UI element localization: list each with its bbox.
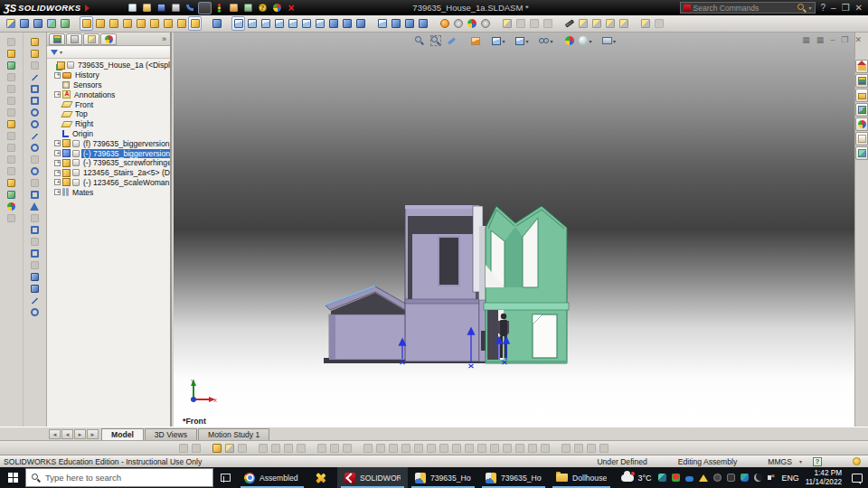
sel-6-button[interactable] bbox=[425, 442, 438, 455]
tree-row[interactable]: (f) 739635_biggerversion_3aSLDP bbox=[47, 138, 170, 148]
taskbar-chrome[interactable]: Assembled D... bbox=[237, 467, 307, 488]
doc-restore-button[interactable]: ❐ bbox=[841, 35, 848, 44]
tree-row[interactable]: Top bbox=[47, 109, 170, 119]
taskpane-preview-tab[interactable] bbox=[855, 146, 868, 160]
tree-row[interactable]: 123456_Stairs_2a<5> (Default<< bbox=[47, 168, 170, 178]
tray-volume-muted-icon[interactable] bbox=[768, 474, 776, 482]
select-tool-button[interactable] bbox=[198, 2, 212, 14]
tab-propertymanager[interactable] bbox=[66, 33, 82, 45]
config-publisher-button[interactable] bbox=[500, 16, 514, 31]
wire-button[interactable] bbox=[2, 107, 20, 118]
tree-row[interactable]: Origin bbox=[47, 129, 170, 139]
ellipse-tool-button[interactable] bbox=[25, 142, 43, 154]
sel-4-button[interactable] bbox=[400, 442, 412, 455]
appearance-button[interactable] bbox=[270, 2, 284, 14]
playback-button[interactable] bbox=[603, 16, 617, 31]
pattern-a-button[interactable] bbox=[2, 130, 20, 142]
view-orientation-4-button[interactable] bbox=[272, 16, 286, 31]
line-tool-button[interactable] bbox=[25, 71, 43, 83]
section-view-button[interactable] bbox=[468, 34, 483, 47]
mirror-tool-button[interactable] bbox=[25, 236, 43, 248]
graphics-viewport[interactable]: ▦▦–❐✕ bbox=[174, 33, 854, 427]
sel-12-button[interactable] bbox=[501, 442, 514, 455]
copy-button[interactable] bbox=[2, 83, 20, 95]
tab-featuremanager[interactable] bbox=[49, 33, 65, 45]
linear-component-pattern-button[interactable] bbox=[107, 16, 120, 31]
fillet-tool-button[interactable] bbox=[25, 154, 43, 165]
save-document-button[interactable] bbox=[155, 2, 168, 14]
sel-8-button[interactable] bbox=[450, 442, 463, 455]
interference-check-button[interactable] bbox=[31, 16, 44, 31]
large-design-review-button[interactable] bbox=[58, 16, 71, 31]
notification-center-icon[interactable] bbox=[852, 474, 863, 483]
quick-1-button[interactable] bbox=[560, 442, 572, 455]
search-commands-input[interactable] bbox=[693, 4, 795, 13]
tree-row[interactable]: Front bbox=[47, 99, 170, 109]
paste-button[interactable] bbox=[2, 36, 20, 48]
new-motion-study-button[interactable] bbox=[188, 16, 202, 31]
view-orientation-6-button[interactable] bbox=[299, 16, 313, 31]
tray-location-icon[interactable] bbox=[672, 474, 680, 482]
trim-tool-button[interactable] bbox=[25, 212, 43, 224]
smart-components-button[interactable] bbox=[120, 16, 134, 31]
tree-row[interactable]: Right bbox=[47, 119, 170, 129]
filter-next-button[interactable] bbox=[190, 442, 203, 455]
star-tool-button[interactable] bbox=[25, 177, 43, 189]
pan-tool-button[interactable] bbox=[402, 16, 416, 31]
search-icon[interactable] bbox=[797, 4, 807, 13]
insert-components-button[interactable] bbox=[80, 16, 93, 31]
edit-appearance-button[interactable] bbox=[562, 34, 577, 47]
sel-5-button[interactable] bbox=[412, 442, 425, 455]
anchor-view-button[interactable] bbox=[210, 16, 223, 31]
equations-button[interactable] bbox=[527, 16, 541, 31]
pattern-grid-button[interactable] bbox=[25, 189, 43, 201]
taskbar-dollhouse-folder[interactable]: Dollhouse bbox=[549, 467, 614, 488]
tree-row[interactable]: Mates bbox=[47, 187, 170, 197]
tree-row[interactable]: 739635_House_1a (<Display State-5 bbox=[47, 61, 170, 70]
task-view-button[interactable] bbox=[213, 467, 237, 488]
undo-button[interactable] bbox=[184, 2, 197, 14]
ball-button[interactable] bbox=[2, 201, 20, 212]
tab-displaymanager[interactable] bbox=[100, 33, 117, 45]
filter-weld-button[interactable] bbox=[328, 442, 341, 455]
filter-sketch-button[interactable] bbox=[295, 442, 307, 455]
color-page-button[interactable] bbox=[2, 60, 20, 71]
expander-icon[interactable] bbox=[54, 160, 61, 166]
text-tool-button[interactable] bbox=[25, 201, 43, 212]
units-dropdown-icon[interactable]: ▾ bbox=[799, 458, 802, 465]
rebuild-button[interactable] bbox=[212, 2, 226, 14]
view-orientation-3-button[interactable] bbox=[259, 16, 272, 31]
magnifier-button[interactable] bbox=[445, 34, 459, 47]
sel-3-button[interactable] bbox=[387, 442, 400, 455]
gold-box-button[interactable] bbox=[2, 118, 20, 130]
view-orientation-5-button[interactable] bbox=[286, 16, 299, 31]
restore-button[interactable]: ❐ bbox=[842, 4, 850, 13]
zoom-area-button[interactable] bbox=[429, 34, 443, 47]
prev-tab-button[interactable]: ◄ bbox=[61, 429, 73, 439]
weather-widget[interactable]: 3°C bbox=[621, 474, 651, 483]
u-tool-button[interactable] bbox=[25, 306, 43, 318]
tree-row[interactable]: (-) 739635_screwforhinge_10003 bbox=[47, 158, 170, 168]
tree-row[interactable]: (-) 739635_biggerversion_3bSLD bbox=[47, 148, 170, 158]
taskbar-search[interactable] bbox=[25, 468, 213, 487]
sel-9-button[interactable] bbox=[463, 442, 476, 455]
status-tag-icon[interactable] bbox=[853, 457, 861, 465]
rectangle-tool-button[interactable] bbox=[25, 83, 43, 95]
tray-app-circle-icon[interactable] bbox=[713, 474, 722, 482]
expander-icon[interactable] bbox=[54, 140, 61, 146]
view-settings-button[interactable] bbox=[602, 34, 617, 47]
view-orientation-button[interactable] bbox=[492, 34, 506, 47]
tray-activity-icon[interactable] bbox=[658, 474, 666, 482]
doc-grid-2-button[interactable]: ▦ bbox=[816, 35, 825, 44]
appearance-ball-button[interactable] bbox=[438, 16, 451, 31]
open-document-button[interactable] bbox=[140, 2, 154, 14]
taskpane-home-tab[interactable] bbox=[855, 60, 868, 73]
slot-tool-button[interactable] bbox=[25, 95, 43, 107]
circle-tool-button[interactable] bbox=[25, 107, 43, 118]
edit-appearance-pen-button[interactable] bbox=[562, 16, 576, 31]
filter-edges-button[interactable] bbox=[223, 442, 236, 455]
pattern-b-button[interactable] bbox=[2, 142, 20, 154]
eraser-button[interactable] bbox=[25, 48, 43, 60]
view-orientation-1-button[interactable] bbox=[231, 16, 245, 31]
smart-fasteners-button[interactable] bbox=[4, 16, 17, 31]
